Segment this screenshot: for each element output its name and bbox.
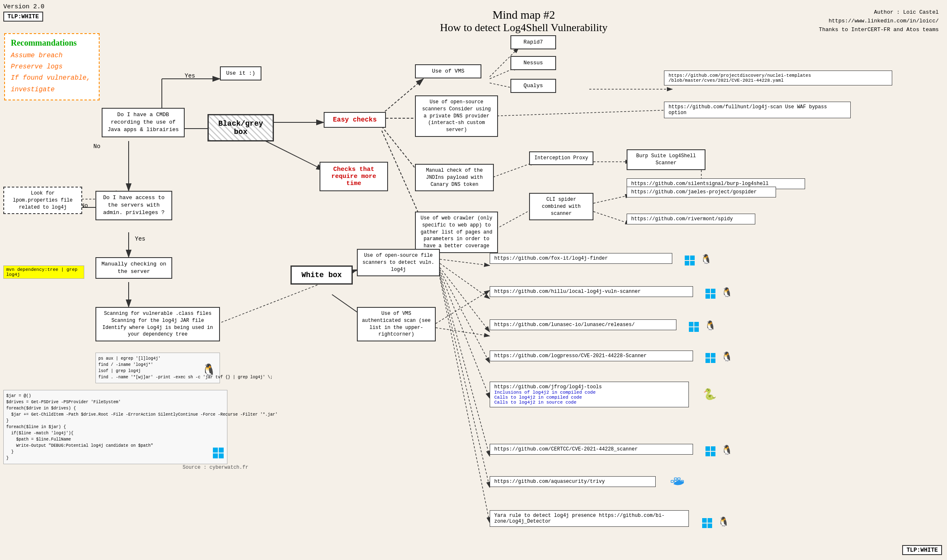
use-it-box: Use it :) — [220, 66, 261, 80]
web-crawler-box: Use of web crawler (only specific to web… — [415, 212, 498, 253]
svg-rect-62 — [705, 446, 710, 451]
svg-line-28 — [593, 212, 631, 224]
windows-icon-ps — [213, 448, 224, 460]
tlp-badge-top: TLP:WHITE — [3, 12, 43, 22]
no-label-1: No — [93, 143, 100, 150]
linux-icon-fox: 🐧 — [700, 255, 712, 265]
fullhunt-link-box: https://github.com/fullhunt/log4j-scan U… — [664, 102, 851, 118]
title-line2: How to detect Log4Shell Vulnerability — [440, 22, 608, 34]
rec-item-1: Assume breach — [11, 50, 93, 61]
cmdb-question-box: Do I have a CMDB recording the use of Ja… — [102, 108, 185, 137]
linux-code-box: ps aux | egrep '[l]log4j' find / -iname … — [95, 353, 220, 383]
yara-icons: 🐧 — [702, 516, 729, 528]
svg-rect-57 — [694, 327, 699, 332]
svg-rect-50 — [705, 289, 710, 293]
hillu-link-box: https://github.com/hillu/local-log4j-vul… — [490, 286, 693, 297]
svg-line-29 — [440, 259, 490, 265]
rec-item-2: Preserve logs — [11, 61, 93, 73]
manually-checking-box: Manually checking on the server — [95, 257, 172, 279]
spidy-link-box: https://github.com/rivermont/spidy — [627, 214, 755, 224]
checks-more-time-label: Checks that require more time — [331, 166, 376, 187]
logpresso-link-box: https://github.com/logpresso/CVE-2021-44… — [490, 351, 693, 361]
nessus-box: Nessus — [510, 56, 556, 70]
svg-rect-44 — [213, 453, 218, 458]
svg-rect-46 — [685, 256, 689, 260]
gospider-link-box: https://github.com/jaeles-project/gospid… — [627, 187, 776, 197]
svg-rect-45 — [219, 453, 224, 458]
svg-rect-65 — [711, 452, 715, 456]
svg-rect-51 — [711, 289, 715, 293]
vms-authenticated-box: Use of VMS authenticated scan (see list … — [357, 307, 436, 341]
svg-line-31 — [440, 268, 490, 332]
svg-line-33 — [440, 272, 490, 398]
svg-rect-52 — [705, 294, 710, 299]
aquasecurity-link-box: https://github.com/aquasecurity/trivy — [490, 476, 656, 487]
version-label: Version 2.0 — [3, 3, 44, 10]
qualys-box: Qualys — [510, 79, 556, 93]
svg-line-27 — [593, 195, 631, 203]
rec-item-3: If found vulnerable, — [11, 73, 93, 84]
svg-rect-66 — [671, 480, 674, 482]
svg-line-40 — [436, 290, 490, 324]
rec-title: Recommandations — [11, 38, 93, 48]
black-grey-box: Black/grey box — [207, 114, 274, 141]
svg-rect-74 — [702, 523, 707, 528]
jfrog-calls-source: Calls to log4j2 in source code — [494, 400, 684, 405]
yara-link-box: Yara rule to detect log4j presence https… — [490, 510, 689, 527]
manual-jndi-box: Manual check of the JNDIns payload with … — [415, 164, 494, 191]
svg-line-23 — [490, 162, 535, 178]
svg-rect-59 — [711, 353, 715, 358]
linux-code-content: ps aux | egrep '[l]log4j' find / -iname … — [98, 355, 217, 380]
author-linkedin: https://www.linkedin.com/in/loicc/ — [819, 17, 939, 26]
powershell-code-content: $jar = @() $drives = Get-PSDrive -PSProv… — [6, 393, 225, 461]
cli-spider-box: CLI spider combined with scanner — [529, 193, 593, 220]
rec-item-4: investigate — [11, 84, 93, 95]
interception-proxy-box: Interception Proxy — [529, 151, 593, 165]
tlp-badge-bottom-right: TLP:WHITE — [902, 545, 942, 555]
title-line1: Mind map #2 — [440, 8, 608, 22]
lunasec-link-box: https://github.com/lunasec-io/lunasec/re… — [490, 319, 676, 330]
svg-rect-73 — [708, 518, 712, 523]
svg-line-22 — [490, 110, 672, 116]
main-page: Version 2.0 TLP:WHITE Mind map #2 How to… — [0, 0, 947, 560]
svg-line-32 — [440, 270, 490, 363]
checks-more-time-box: Checks that require more time — [320, 162, 388, 191]
powershell-code-box: $jar = @() $drives = Get-PSDrive -PSProv… — [3, 390, 227, 464]
fox-it-link-box: https://github.com/fox-it/log4j-finder — [490, 253, 672, 264]
jfrog-calls-compiled: Calls to log4j2 in compiled code — [494, 395, 684, 400]
fox-it-icons: 🐧 — [685, 254, 712, 265]
white-box: White box — [290, 265, 353, 285]
yes-label-1: Yes — [185, 73, 195, 79]
svg-rect-69 — [678, 478, 680, 480]
certcc-icons: 🐧 — [705, 445, 732, 456]
easy-checks-box: Easy checks — [324, 112, 386, 128]
look-for-ipom-box: Look for lpom.properties file related to… — [3, 187, 82, 214]
author-area: Author : Loic Castel https://www.linkedi… — [819, 8, 939, 34]
jfrog-inclusion: Inclusions of log4j2 in compiled code — [494, 390, 684, 395]
svg-rect-56 — [689, 327, 693, 332]
linux-icon-hillu: 🐧 — [721, 288, 732, 298]
svg-rect-60 — [705, 358, 710, 363]
yes-label-2: Yes — [135, 236, 145, 242]
svg-line-41 — [436, 328, 490, 336]
svg-rect-49 — [690, 261, 695, 265]
svg-rect-58 — [705, 353, 710, 358]
svg-rect-53 — [711, 294, 715, 299]
svg-line-36 — [440, 278, 490, 523]
rec-items: Assume breach Preserve logs If found vul… — [11, 50, 93, 95]
jfrog-link-box: https://github.com/jfrog/log4j-tools Inc… — [490, 382, 689, 407]
author-thanks: Thanks to InterCERT-FR and Atos teams — [819, 26, 939, 34]
svg-rect-75 — [708, 523, 712, 528]
author-name: Author : Loic Castel — [819, 8, 939, 17]
burp-suite-box: Burp Suite Log4Shell Scanner — [627, 149, 705, 170]
svg-rect-68 — [674, 478, 677, 480]
recommendations-box: Recommandations Assume breach Preserve l… — [4, 33, 100, 100]
svg-rect-42 — [213, 448, 218, 453]
docker-icon-aqua — [670, 477, 685, 491]
lunasec-icons: 🐧 — [689, 320, 716, 332]
certcc-link-box: https://github.com/CERTCC/CVE-2021-44228… — [490, 444, 693, 455]
open-source-file-scanners-box: Use of open-source file scanners to dete… — [357, 249, 440, 276]
linux-icon-lunasec: 🐧 — [705, 321, 716, 331]
linux-icon-certcc: 🐧 — [721, 446, 732, 456]
svg-rect-55 — [694, 322, 699, 326]
